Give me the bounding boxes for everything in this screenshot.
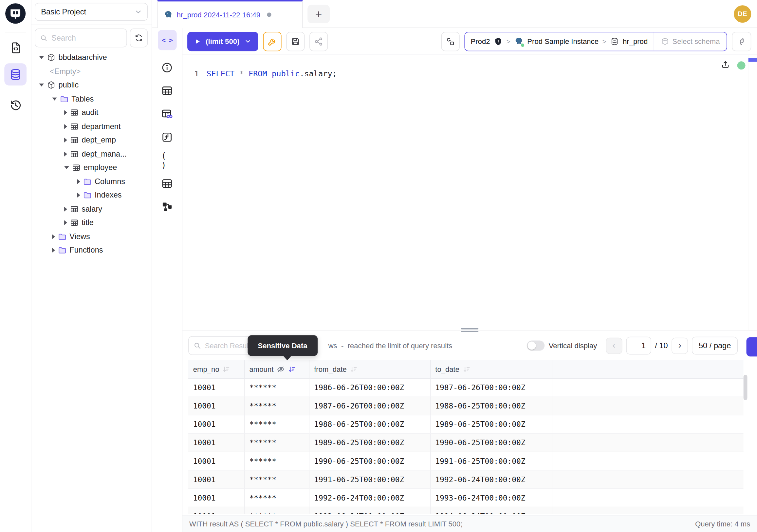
prev-page-button[interactable]: ‹ <box>606 337 622 354</box>
table-row[interactable]: 10001 ****** 1989-06-25T00:00:00Z 1990-0… <box>188 433 743 452</box>
unsaved-dot-icon <box>267 13 271 17</box>
run-query-button[interactable]: (limit 500) <box>187 32 258 51</box>
sql-token: SELECT <box>207 69 234 78</box>
sort-icon[interactable] <box>222 365 230 373</box>
results-scrollbar-thumb[interactable] <box>743 375 747 400</box>
caret-icon[interactable] <box>64 220 67 225</box>
tab-hr-prod[interactable]: hr_prod 2024-11-22 16:49 <box>158 0 303 28</box>
panel-resize-handle[interactable] <box>461 328 478 332</box>
page-size-select[interactable]: 50 / page <box>692 337 738 355</box>
connection-path[interactable]: Prod2 > Prod Sample Instance > hr_prod <box>465 32 653 50</box>
sql-token <box>244 69 249 78</box>
tree-item[interactable]: salary <box>31 202 152 216</box>
connection-breadcrumb[interactable]: Prod2 > Prod Sample Instance > hr_prod <box>464 32 727 51</box>
tree-item[interactable]: Columns <box>31 174 152 188</box>
user-avatar[interactable]: DE <box>734 5 751 22</box>
table-row[interactable]: 10001 ****** 1992-06-24T00:00:00Z 1993-0… <box>188 488 743 507</box>
tree-node-icon <box>58 232 67 241</box>
sort-icon[interactable] <box>462 365 470 373</box>
procedures-panel-icon[interactable]: ( ) <box>161 155 172 166</box>
column-header[interactable]: amount <box>244 360 309 378</box>
tree-item[interactable]: dept_emp <box>31 133 152 147</box>
format-sql-button[interactable] <box>263 32 282 51</box>
sql-editor-tab-active[interactable]: < > <box>158 30 176 50</box>
project-select[interactable]: Basic Project <box>35 3 148 21</box>
schema-box-icon <box>661 37 669 46</box>
schema-diagram-icon[interactable] <box>161 201 172 212</box>
column-header[interactable]: emp_no <box>188 360 244 378</box>
table-row[interactable]: 10001 ****** 1986-06-26T00:00:00Z 1987-0… <box>188 378 743 397</box>
tables-panel-icon[interactable] <box>161 85 172 97</box>
tree-item[interactable]: employee <box>31 161 152 174</box>
table-row[interactable]: 10001 ****** 1991-06-25T00:00:00Z 1992-0… <box>188 470 743 488</box>
caret-icon[interactable] <box>52 234 55 239</box>
eye-off-icon[interactable] <box>276 365 285 373</box>
caret-icon[interactable] <box>64 167 69 169</box>
tree-item[interactable]: <Empty> <box>31 65 152 78</box>
instance-engine-icon <box>514 37 524 46</box>
tree-item[interactable]: Views <box>31 230 152 243</box>
share-sheet-button[interactable] <box>309 32 328 51</box>
caret-icon[interactable] <box>52 248 55 253</box>
table-row[interactable]: 10001 ****** 1988-06-25T00:00:00Z 1989-0… <box>188 415 743 433</box>
tree-item-label: Indexes <box>95 191 122 200</box>
bytebase-logo-icon[interactable] <box>5 3 26 24</box>
cell-to-date: 1987-06-26T00:00:00Z <box>430 378 552 397</box>
caret-icon[interactable] <box>39 56 44 59</box>
caret-icon[interactable] <box>52 97 57 100</box>
save-sheet-button[interactable] <box>286 32 305 51</box>
tree-item-label: salary <box>81 205 102 214</box>
tree-item[interactable]: Indexes <box>31 188 152 202</box>
caret-icon[interactable] <box>64 207 67 212</box>
editor-rail: < > ( ) <box>152 28 182 532</box>
table-row[interactable]: 10001 ****** 1990-06-25T00:00:00Z 1991-0… <box>188 452 743 470</box>
next-page-button[interactable]: › <box>672 337 688 354</box>
database-nav-active[interactable] <box>4 63 26 85</box>
caret-icon[interactable] <box>39 83 44 86</box>
select-schema-button[interactable]: Select schema <box>653 32 727 50</box>
sidebar-search-input[interactable] <box>51 33 122 42</box>
external-tables-panel-icon[interactable] <box>161 178 172 189</box>
tree-item[interactable]: bbdataarchive <box>31 51 152 65</box>
cell-to-date: 1992-06-24T00:00:00Z <box>430 470 552 488</box>
tree-item[interactable]: Functions <box>31 243 152 257</box>
table-row[interactable]: 10001 ****** 1993-06-24T00:00:00Z 1994-0… <box>188 507 743 514</box>
tree-item[interactable]: Tables <box>31 92 152 106</box>
cell-amount-masked: ****** <box>244 470 309 488</box>
caret-icon[interactable] <box>77 193 80 198</box>
tree-item[interactable]: audit <box>31 106 152 120</box>
export-button-cutoff[interactable] <box>746 337 757 357</box>
sort-icon[interactable] <box>288 365 296 373</box>
upload-sheet-icon[interactable] <box>721 60 730 69</box>
tree-item[interactable]: department <box>31 120 152 133</box>
caret-icon[interactable] <box>64 152 67 157</box>
sensitive-data-panel-icon[interactable] <box>161 108 172 120</box>
caret-icon[interactable] <box>64 138 67 143</box>
sql-editor[interactable]: 1 SELECT * FROM public.salary; <box>182 55 757 330</box>
app-rail <box>0 0 31 532</box>
column-header[interactable]: to_date <box>430 360 552 378</box>
refresh-button[interactable] <box>130 28 148 47</box>
page-number-input[interactable]: 1 <box>626 337 651 355</box>
info-icon[interactable] <box>161 62 172 73</box>
connection-button[interactable] <box>441 32 460 51</box>
caret-icon[interactable] <box>64 124 67 129</box>
sidebar-search[interactable] <box>35 28 127 47</box>
caret-icon[interactable] <box>77 179 80 184</box>
play-icon <box>194 38 201 45</box>
tree-item[interactable]: title <box>31 216 152 230</box>
tree-item[interactable]: public <box>31 78 152 92</box>
sort-icon[interactable] <box>350 365 358 373</box>
tree-node-icon <box>60 95 69 104</box>
column-header[interactable]: from_date <box>309 360 430 378</box>
functions-panel-icon[interactable] <box>161 131 172 143</box>
tree-item-label: dept_mana... <box>81 150 127 159</box>
table-row[interactable]: 10001 ****** 1987-06-26T00:00:00Z 1988-0… <box>188 397 743 415</box>
ai-assistant-button[interactable] <box>732 32 751 51</box>
vertical-display-toggle[interactable] <box>527 341 544 351</box>
caret-icon[interactable] <box>64 110 67 115</box>
tree-item[interactable]: dept_mana... <box>31 147 152 161</box>
worksheets-nav-icon[interactable] <box>0 42 31 54</box>
new-tab-button[interactable]: + <box>308 5 330 23</box>
history-nav-icon[interactable] <box>0 99 31 112</box>
